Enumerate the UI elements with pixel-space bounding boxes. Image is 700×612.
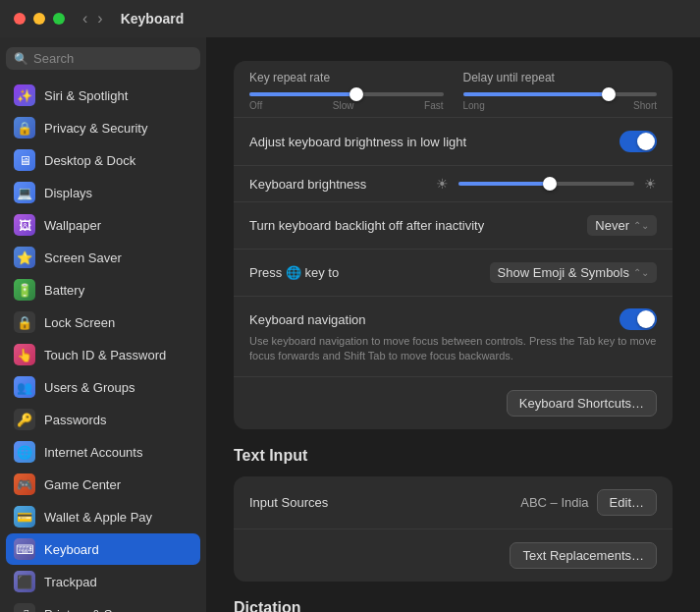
lockscreen-icon: 🔒: [14, 311, 35, 333]
edit-button[interactable]: Edit…: [597, 489, 657, 516]
delay-labels: Long Short: [463, 100, 658, 111]
close-button[interactable]: [14, 13, 26, 25]
sidebar-item-wallpaper[interactable]: 🖼 Wallpaper: [6, 209, 200, 241]
sidebar-item-label: Printers & Scanners: [44, 607, 158, 613]
keyboard-nav-row: Keyboard navigation Use keyboard navigat…: [234, 297, 673, 377]
sidebar: 🔍 ✨ Siri & Spotlight 🔒 Privacy & Securit…: [0, 37, 206, 612]
label-fast: Fast: [424, 100, 443, 111]
label-off: Off: [249, 100, 262, 111]
turn-off-label: Turn keyboard backlight off after inacti…: [249, 218, 484, 233]
keyboard-brightness-row: Keyboard brightness ☀ ☀: [234, 166, 673, 202]
forward-button[interactable]: ›: [95, 11, 104, 27]
sidebar-item-label: Displays: [44, 186, 92, 200]
turn-off-dropdown[interactable]: Never ⌃⌄: [587, 215, 657, 236]
keyboard-nav-desc: Use keyboard navigation to move focus be…: [249, 334, 657, 364]
sidebar-item-label: Lock Screen: [44, 315, 115, 330]
sidebar-item-label: Wallpaper: [44, 218, 101, 233]
sidebar-item-label: Keyboard: [44, 542, 99, 557]
key-repeat-thumb[interactable]: [350, 87, 363, 101]
desktop-icon: 🖥: [14, 149, 35, 171]
input-sources-value: ABC – India: [520, 495, 588, 510]
keyboard-nav-toggle[interactable]: [619, 308, 657, 330]
sidebar-item-lockscreen[interactable]: 🔒 Lock Screen: [6, 306, 200, 338]
input-sources-row: Input Sources ABC – India Edit…: [234, 476, 673, 529]
press-key-row: Press 🌐 key to Show Emoji & Symbols ⌃⌄: [234, 250, 673, 297]
minimize-button[interactable]: [33, 13, 45, 25]
search-input[interactable]: [33, 51, 192, 66]
title-bar: ‹ › Keyboard: [0, 0, 700, 37]
brightness-thumb[interactable]: [543, 177, 557, 191]
adjust-brightness-row: Adjust keyboard brightness in low light: [234, 118, 673, 166]
keyboard-nav-label: Keyboard navigation: [249, 312, 619, 327]
back-button[interactable]: ‹: [81, 11, 89, 27]
sidebar-item-label: Screen Saver: [44, 250, 122, 265]
sidebar-item-label: Passwords: [44, 413, 107, 427]
privacy-icon: 🔒: [14, 117, 35, 139]
wallpaper-icon: 🖼: [14, 214, 35, 236]
sidebar-item-internet[interactable]: 🌐 Internet Accounts: [6, 436, 200, 468]
sidebar-item-label: Trackpad: [44, 575, 97, 589]
key-repeat-col: Key repeat rate Off Slow Fast: [249, 71, 444, 111]
keyboard-shortcuts-button[interactable]: Keyboard Shortcuts…: [507, 390, 657, 417]
press-key-label: Press 🌐 key to: [249, 265, 339, 280]
brightness-track[interactable]: [458, 182, 634, 186]
input-sources-label: Input Sources: [249, 495, 328, 510]
sidebar-item-label: Battery: [44, 283, 84, 298]
sidebar-item-wallet[interactable]: 💳 Wallet & Apple Pay: [6, 501, 200, 532]
keyboard-brightness-label: Keyboard brightness: [249, 177, 426, 192]
keyboard-icon: ⌨: [14, 538, 35, 560]
siri-icon: ✨: [14, 84, 35, 106]
adjust-brightness-label: Adjust keyboard brightness in low light: [249, 135, 466, 149]
delay-col: Delay until repeat Long Short: [463, 71, 658, 111]
displays-icon: 💻: [14, 182, 35, 203]
brightness-fill: [458, 182, 550, 186]
search-box[interactable]: 🔍: [6, 47, 200, 70]
main-layout: 🔍 ✨ Siri & Spotlight 🔒 Privacy & Securit…: [0, 37, 700, 612]
sidebar-item-siri[interactable]: ✨ Siri & Spotlight: [6, 80, 200, 111]
dictation-title: Dictation: [234, 599, 673, 612]
sidebar-item-privacy[interactable]: 🔒 Privacy & Security: [6, 112, 200, 143]
key-repeat-labels: Off Slow Fast: [249, 100, 444, 111]
trackpad-icon: ⬛: [14, 571, 35, 592]
delay-thumb[interactable]: [602, 87, 616, 101]
sliders-row: Key repeat rate Off Slow Fast Delay unti…: [234, 61, 673, 118]
key-repeat-track[interactable]: [249, 92, 444, 96]
text-replacements-row: Text Replacements…: [234, 529, 673, 582]
sidebar-item-desktop[interactable]: 🖥 Desktop & Dock: [6, 144, 200, 176]
delay-track[interactable]: [463, 92, 658, 96]
text-input-title: Text Input: [234, 447, 673, 465]
text-replacements-button[interactable]: Text Replacements…: [510, 542, 657, 569]
users-icon: 👥: [14, 376, 35, 398]
sidebar-item-label: Siri & Spotlight: [44, 88, 128, 103]
key-repeat-fill: [249, 92, 356, 96]
repeat-rate-card: Key repeat rate Off Slow Fast Delay unti…: [234, 61, 673, 429]
sidebar-item-label: Users & Groups: [44, 380, 135, 395]
passwords-icon: 🔑: [14, 409, 35, 430]
sidebar-item-battery[interactable]: 🔋 Battery: [6, 274, 200, 306]
printers-icon: 🖨: [14, 603, 35, 612]
adjust-brightness-toggle[interactable]: [619, 131, 657, 152]
press-key-dropdown[interactable]: Show Emoji & Symbols ⌃⌄: [490, 262, 657, 283]
sidebar-item-keyboard[interactable]: ⌨ Keyboard: [6, 533, 200, 565]
sidebar-item-users[interactable]: 👥 Users & Groups: [6, 371, 200, 403]
delay-title: Delay until repeat: [463, 71, 658, 84]
sidebar-item-printers[interactable]: 🖨 Printers & Scanners: [6, 598, 200, 612]
touchid-icon: 👆: [14, 344, 35, 365]
chevron-up-down-icon: ⌃⌄: [633, 220, 649, 231]
sidebar-item-displays[interactable]: 💻 Displays: [6, 177, 200, 208]
gamecenter-icon: 🎮: [14, 473, 35, 495]
sidebar-item-trackpad[interactable]: ⬛ Trackpad: [6, 566, 200, 597]
text-input-card: Input Sources ABC – India Edit… Text Rep…: [234, 476, 673, 582]
sidebar-item-label: Game Center: [44, 477, 121, 492]
sidebar-item-gamecenter[interactable]: 🎮 Game Center: [6, 469, 200, 500]
globe-icon: 🌐: [286, 265, 301, 280]
toggle-thumb: [637, 133, 655, 150]
maximize-button[interactable]: [53, 13, 65, 25]
sidebar-item-touchid[interactable]: 👆 Touch ID & Password: [6, 339, 200, 370]
press-key-value: Show Emoji & Symbols: [498, 265, 629, 280]
wallet-icon: 💳: [14, 506, 35, 528]
sidebar-item-screensaver[interactable]: ⭐ Screen Saver: [6, 242, 200, 273]
sidebar-item-passwords[interactable]: 🔑 Passwords: [6, 404, 200, 435]
brightness-low-icon: ☀: [436, 176, 449, 192]
keyboard-nav-top: Keyboard navigation: [249, 308, 657, 330]
